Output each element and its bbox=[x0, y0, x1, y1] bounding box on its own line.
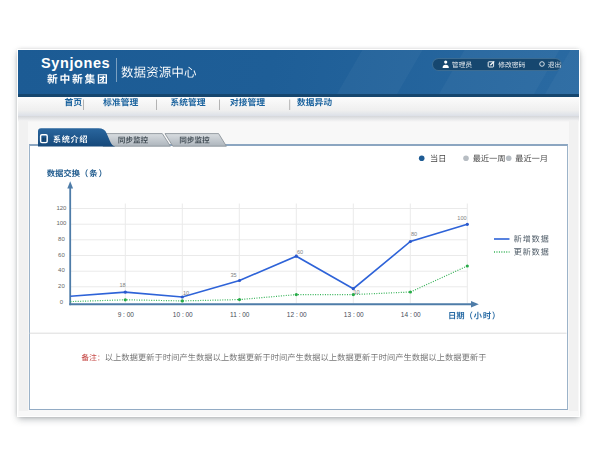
svg-text:120: 120 bbox=[56, 205, 67, 211]
svg-text:35: 35 bbox=[230, 272, 236, 278]
svg-text:20: 20 bbox=[58, 283, 65, 289]
svg-text:0: 0 bbox=[60, 299, 64, 305]
svg-text:100: 100 bbox=[457, 215, 466, 221]
svg-text:10 : 00: 10 : 00 bbox=[173, 311, 193, 318]
svg-text:12 : 00: 12 : 00 bbox=[287, 311, 307, 318]
svg-text:60: 60 bbox=[297, 249, 303, 255]
svg-text:40: 40 bbox=[58, 267, 65, 273]
svg-text:10: 10 bbox=[353, 289, 359, 295]
svg-text:10: 10 bbox=[183, 290, 189, 296]
svg-text:9 : 00: 9 : 00 bbox=[118, 311, 135, 318]
svg-text:11 : 00: 11 : 00 bbox=[230, 311, 250, 318]
svg-text:13 : 00: 13 : 00 bbox=[344, 311, 364, 318]
svg-text:14 : 00: 14 : 00 bbox=[401, 311, 421, 318]
svg-text:80: 80 bbox=[411, 231, 417, 237]
svg-text:18: 18 bbox=[119, 282, 125, 288]
svg-text:60: 60 bbox=[58, 252, 65, 258]
svg-text:100: 100 bbox=[56, 220, 67, 226]
svg-text:80: 80 bbox=[58, 236, 65, 242]
